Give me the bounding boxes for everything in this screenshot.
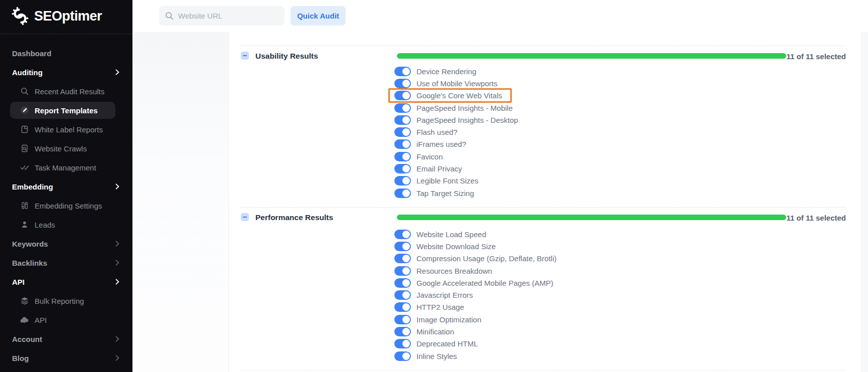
- toggle-row-minification[interactable]: Minification: [394, 325, 454, 337]
- toggle-switch-on[interactable]: [394, 115, 411, 125]
- sidebar-item-backlinks[interactable]: Backlinks: [0, 253, 132, 272]
- website-url-input[interactable]: [178, 12, 278, 20]
- sidebar-item-label: Website Crawls: [35, 144, 87, 153]
- toggle-switch-on[interactable]: [394, 103, 411, 113]
- toggle-switch-on[interactable]: [394, 152, 411, 161]
- toggle-switch-on[interactable]: [394, 139, 411, 149]
- toggle-label: Image Optimization: [416, 315, 481, 324]
- toggle-switch-on[interactable]: [394, 242, 411, 251]
- toggle-row-image-optimization[interactable]: Image Optimization: [394, 313, 481, 325]
- toggle-row-iframes-used-[interactable]: iFrames used?: [394, 138, 466, 150]
- sidebar-item-api[interactable]: API: [0, 272, 132, 291]
- sidebar-item-leads[interactable]: Leads: [0, 215, 132, 234]
- toggle-row-compression-usage-gzip-deflate-brotli-[interactable]: Compression Usage (Gzip, Deflate, Brotli…: [394, 253, 556, 265]
- toggle-row-use-of-mobile-viewports[interactable]: Use of Mobile Viewports: [394, 77, 497, 89]
- sidebar-item-label: Task Management: [35, 163, 96, 172]
- collapse-section-button[interactable]: [241, 213, 249, 221]
- toggle-switch-on[interactable]: [394, 278, 411, 288]
- toggle-row-javascript-errors[interactable]: Javascript Errors: [394, 289, 473, 301]
- chevron-right-icon: [115, 241, 119, 247]
- toggle-knob: [402, 104, 410, 112]
- section-title: Usability Results: [255, 52, 318, 61]
- toggle-label: Resources Breakdown: [416, 267, 492, 275]
- toggle-row-pagespeed-insights-mobile[interactable]: PageSpeed Insights - Mobile: [394, 102, 513, 114]
- sidebar-item-label: Keywords: [12, 240, 48, 248]
- logo-text: SEOptimer: [34, 9, 102, 24]
- cloud-icon: [20, 315, 29, 324]
- toggle-row-website-download-size[interactable]: Website Download Size: [394, 240, 496, 252]
- toggle-switch-on[interactable]: [394, 266, 411, 276]
- toggle-knob: [402, 267, 410, 275]
- sidebar-item-white-label-reports[interactable]: White Label Reports: [0, 120, 132, 139]
- report-sections-panel: [133, 32, 228, 372]
- sidebar-item-bulk-reporting[interactable]: Bulk Reporting: [0, 291, 132, 310]
- toggle-knob: [402, 255, 410, 262]
- toggle-label: Favicon: [416, 152, 443, 161]
- toggle-row-email-privacy[interactable]: Email Privacy: [394, 162, 462, 174]
- sidebar-item-dashboard[interactable]: Dashboard: [0, 44, 132, 63]
- toggle-switch-on[interactable]: [394, 302, 411, 312]
- sidebar-item-auditing[interactable]: Auditing: [0, 63, 132, 82]
- sidebar-item-blog[interactable]: Blog: [0, 348, 132, 367]
- sidebar-item-label: Recent Audit Results: [35, 87, 104, 96]
- toggle-switch-on[interactable]: [394, 339, 411, 348]
- toggle-switch-on[interactable]: [394, 189, 411, 198]
- sidebar-divider: [0, 34, 132, 34]
- sidebar-item-report-templates[interactable]: Report Templates: [0, 101, 132, 120]
- toggle-row-tap-target-sizing[interactable]: Tap Target Sizing: [394, 187, 474, 199]
- sidebar-item-label: White Label Reports: [35, 125, 103, 134]
- toggle-row-inline-styles[interactable]: Inline Styles: [394, 350, 457, 362]
- toggle-label: Email Privacy: [416, 164, 462, 173]
- chevron-right-icon: [115, 355, 119, 361]
- toggle-row-pagespeed-insights-desktop[interactable]: PageSpeed Insights - Desktop: [394, 114, 518, 126]
- pen-icon: [20, 106, 29, 115]
- website-url-search[interactable]: [159, 6, 284, 26]
- doc-search-icon: [20, 144, 29, 153]
- sidebar-item-embedding[interactable]: Embedding: [0, 177, 132, 196]
- toggle-row-favicon[interactable]: Favicon: [394, 150, 443, 162]
- toggle-switch-on[interactable]: [394, 91, 411, 100]
- quick-audit-button[interactable]: Quick Audit: [291, 6, 346, 26]
- logo[interactable]: SEOptimer: [9, 5, 102, 28]
- toggle-knob: [402, 92, 410, 99]
- sidebar-item-label: Leads: [35, 221, 55, 229]
- toggle-row-google-s-core-web-vitals[interactable]: Google's Core Web Vitals: [394, 90, 502, 102]
- toggle-row-flash-used-[interactable]: Flash used?: [394, 126, 458, 138]
- toggle-rows: Website Load SpeedWebsite Download SizeC…: [394, 228, 556, 362]
- toggle-row-device-rendering[interactable]: Device Rendering: [394, 65, 476, 77]
- toggle-switch-on[interactable]: [394, 127, 411, 137]
- toggle-switch-on[interactable]: [394, 230, 411, 239]
- toggle-label: Javascript Errors: [416, 291, 473, 299]
- toggle-row-legible-font-sizes[interactable]: Legible Font Sizes: [394, 175, 478, 187]
- toggle-switch-on[interactable]: [394, 327, 411, 336]
- toggle-row-deprecated-html[interactable]: Deprecated HTML: [394, 338, 478, 350]
- toggle-switch-on[interactable]: [394, 164, 411, 173]
- toggle-row-google-accelerated-mobile-pages-amp-[interactable]: Google Accelerated Mobile Pages (AMP): [394, 277, 553, 289]
- collapse-section-button[interactable]: [241, 52, 249, 60]
- toggle-knob: [402, 140, 410, 148]
- toggle-knob: [402, 80, 410, 87]
- sidebar-item-recent-audit-results[interactable]: Recent Audit Results: [0, 82, 132, 101]
- toggle-switch-on[interactable]: [394, 79, 411, 88]
- toggle-label: Website Download Size: [416, 242, 496, 251]
- toggle-switch-on[interactable]: [394, 290, 411, 300]
- toggle-knob: [402, 190, 410, 197]
- sidebar-item-api[interactable]: API: [0, 310, 132, 329]
- toggle-switch-on[interactable]: [394, 351, 411, 361]
- sidebar-item-account[interactable]: Account: [0, 329, 132, 348]
- minus-icon: [243, 55, 247, 56]
- toggle-switch-on[interactable]: [394, 176, 411, 185]
- toggle-switch-on[interactable]: [394, 67, 411, 76]
- sidebar-item-website-crawls[interactable]: Website Crawls: [0, 139, 132, 158]
- toggle-row-http2-usage[interactable]: HTTP2 Usage: [394, 301, 464, 313]
- toggle-row-website-load-speed[interactable]: Website Load Speed: [394, 228, 486, 240]
- toggle-switch-on[interactable]: [394, 254, 411, 263]
- sidebar-item-keywords[interactable]: Keywords: [0, 234, 132, 253]
- sidebar-item-task-management[interactable]: Task Management: [0, 158, 132, 177]
- toggle-label: Device Rendering: [416, 67, 476, 76]
- section-performance-results: Performance Results 11 of 11 selected We…: [241, 207, 846, 208]
- toggle-switch-on[interactable]: [394, 315, 411, 324]
- toggle-row-resources-breakdown[interactable]: Resources Breakdown: [394, 265, 492, 277]
- sidebar-item-embedding-settings[interactable]: Embedding Settings: [0, 196, 132, 215]
- selection-progress-fill: [397, 53, 786, 59]
